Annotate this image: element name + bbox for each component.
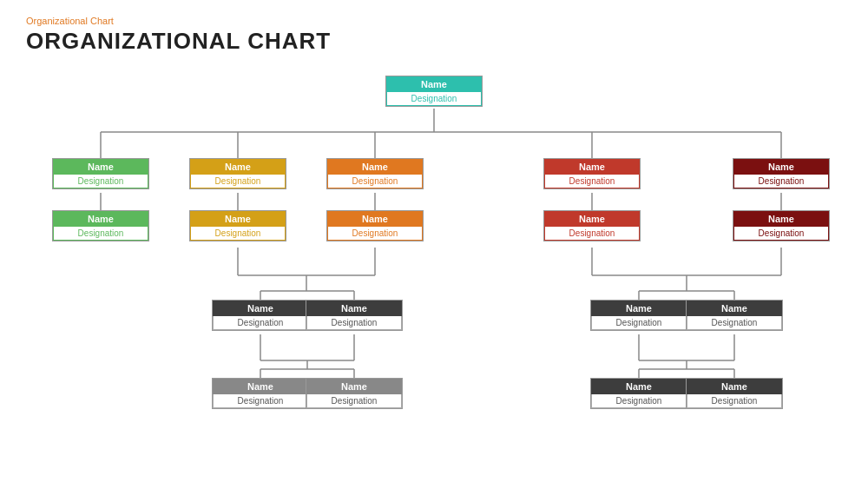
l3-left-0: Name Designation <box>212 300 309 331</box>
l4-l1-desig: Designation <box>306 394 402 408</box>
l1-1-desig: Designation <box>190 175 286 188</box>
l3-right-0: Name Designation <box>590 300 687 331</box>
l3-l1-name: Name <box>306 301 402 316</box>
page-title: ORGANIZATIONAL CHART <box>26 28 842 55</box>
l2-4-name: Name <box>733 211 829 227</box>
l1-node-0: Name Designation <box>52 158 149 189</box>
l2-node-3: Name Designation <box>543 210 641 241</box>
l2-2-desig: Designation <box>327 227 423 241</box>
l3-left-1: Name Designation <box>306 300 403 331</box>
l1-0-name: Name <box>53 159 148 175</box>
l1-4-desig: Designation <box>733 175 829 188</box>
l2-node-2: Name Designation <box>326 210 424 241</box>
l2-0-name: Name <box>53 211 148 227</box>
l4-l0-desig: Designation <box>213 394 308 408</box>
l2-1-desig: Designation <box>190 227 286 241</box>
l4-r0-desig: Designation <box>591 394 687 408</box>
l3-r0-name: Name <box>591 301 687 316</box>
l4-left-0: Name Designation <box>212 378 309 409</box>
l2-3-desig: Designation <box>544 227 640 241</box>
root-desig: Designation <box>386 92 482 106</box>
l1-node-2: Name Designation <box>326 158 424 189</box>
root-name: Name <box>386 76 482 92</box>
l1-2-desig: Designation <box>327 175 423 188</box>
l1-1-name: Name <box>190 159 286 175</box>
l1-node-1: Name Designation <box>189 158 286 189</box>
l2-node-4: Name Designation <box>733 210 830 241</box>
l3-r0-desig: Designation <box>591 316 687 330</box>
l1-2-name: Name <box>327 159 423 175</box>
l2-0-desig: Designation <box>53 227 148 241</box>
l2-node-1: Name Designation <box>189 210 286 241</box>
l4-right-1: Name Designation <box>686 378 783 409</box>
l2-2-name: Name <box>327 211 423 227</box>
l2-1-name: Name <box>190 211 286 227</box>
l3-r1-desig: Designation <box>687 316 782 330</box>
l3-l1-desig: Designation <box>306 316 402 330</box>
page-subtitle: Organizational Chart <box>26 16 842 26</box>
l1-3-name: Name <box>544 159 640 175</box>
chart-area: Name Designation Name Designation Name D… <box>26 67 842 440</box>
l4-r1-name: Name <box>687 379 782 394</box>
l1-3-desig: Designation <box>544 175 640 188</box>
root-node: Name Designation <box>385 76 483 107</box>
l4-l0-name: Name <box>213 379 308 394</box>
l4-r0-name: Name <box>591 379 687 394</box>
l1-node-4: Name Designation <box>733 158 830 189</box>
l4-right-0: Name Designation <box>590 378 687 409</box>
l4-r1-desig: Designation <box>687 394 782 408</box>
l4-left-1: Name Designation <box>306 378 403 409</box>
l1-4-name: Name <box>733 159 829 175</box>
l2-3-name: Name <box>544 211 640 227</box>
l3-l0-name: Name <box>213 301 308 316</box>
l2-node-0: Name Designation <box>52 210 149 241</box>
l3-right-1: Name Designation <box>686 300 783 331</box>
l2-4-desig: Designation <box>733 227 829 241</box>
l1-0-desig: Designation <box>53 175 148 188</box>
l3-r1-name: Name <box>687 301 782 316</box>
l1-node-3: Name Designation <box>543 158 641 189</box>
l4-l1-name: Name <box>306 379 402 394</box>
l3-l0-desig: Designation <box>213 316 308 330</box>
page-container: Organizational Chart ORGANIZATIONAL CHAR… <box>0 0 868 456</box>
